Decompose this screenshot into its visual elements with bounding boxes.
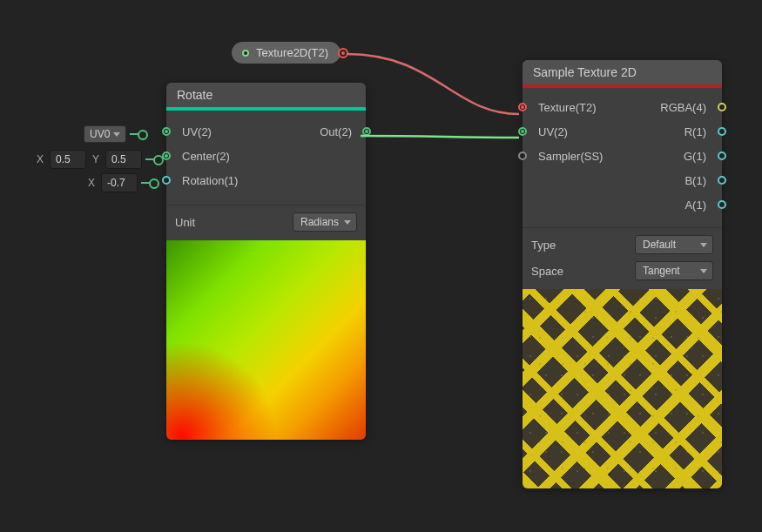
port-label: G(1) (684, 150, 706, 163)
port-label: Texture(T2) (538, 101, 596, 114)
port-in-icon[interactable] (162, 176, 171, 185)
unit-label: Unit (175, 216, 195, 229)
center-x-input[interactable] (50, 150, 86, 169)
port-out-icon[interactable] (718, 103, 726, 111)
rotate-node-title[interactable]: Rotate (166, 83, 366, 107)
unit-row: Unit Radians (166, 205, 366, 239)
uv-channel-slot: UV0 (84, 125, 142, 143)
port-in-icon[interactable] (162, 127, 171, 136)
slot-connector-icon (141, 182, 153, 184)
center-xy-slot: X Y (34, 150, 158, 169)
port-out-icon[interactable] (718, 127, 726, 136)
port-out: Out(2) (266, 119, 367, 144)
port-a: A(1) (618, 192, 722, 217)
type-label: Type (531, 239, 556, 252)
port-label: Out(2) (320, 125, 352, 138)
property-pill-texture2d[interactable]: Texture2D(T2) (232, 42, 341, 64)
port-label: Sampler(SS) (538, 150, 603, 163)
port-label: A(1) (684, 199, 706, 212)
port-b: B(1) (618, 168, 722, 192)
space-label: Space (531, 265, 563, 278)
rotate-preview (166, 240, 366, 440)
center-y-input[interactable] (105, 150, 142, 169)
port-texture: Texture(T2) (523, 95, 618, 119)
x-label: X (34, 153, 46, 165)
rotate-node[interactable]: Rotate UV(2) Center(2) Rotation(1) Out(2… (166, 83, 366, 440)
type-row: Type Default (523, 227, 722, 261)
slot-connector-icon (145, 158, 158, 160)
property-pill-label: Texture2D(T2) (256, 46, 328, 59)
port-label: Rotation(1) (182, 174, 238, 187)
port-in-icon[interactable] (518, 152, 527, 160)
sample-preview (523, 289, 722, 488)
type-dropdown[interactable]: Default (635, 235, 713, 254)
rotation-slot: X (85, 173, 153, 192)
unit-dropdown[interactable]: Radians (293, 212, 357, 232)
port-uv: UV(2) (523, 119, 618, 144)
port-in-icon[interactable] (162, 152, 171, 160)
port-uv: UV(2) (166, 119, 266, 144)
space-row: Space Tangent (523, 261, 722, 287)
sample-node-title[interactable]: Sample Texture 2D (523, 60, 722, 84)
slot-connector-icon (130, 133, 142, 135)
port-out-icon[interactable] (362, 127, 371, 136)
y-label: Y (90, 153, 102, 165)
port-label: RGBA(4) (660, 101, 706, 114)
port-r: R(1) (618, 119, 722, 144)
uv-channel-dropdown[interactable]: UV0 (84, 125, 126, 143)
port-rgba: RGBA(4) (618, 95, 722, 119)
port-in-icon (242, 50, 249, 57)
port-out-icon[interactable] (718, 176, 726, 185)
port-label: UV(2) (182, 125, 212, 138)
space-dropdown[interactable]: Tangent (635, 261, 713, 280)
port-rotation: Rotation(1) (166, 168, 266, 192)
rotate-ports: UV(2) Center(2) Rotation(1) Out(2) (166, 111, 366, 192)
sample-ports: Texture(T2) UV(2) Sampler(SS) RGBA(4) R(… (523, 88, 722, 227)
port-out-icon[interactable] (718, 200, 726, 209)
port-out-texture2d[interactable] (338, 48, 348, 58)
port-label: R(1) (684, 125, 706, 138)
port-label: B(1) (684, 174, 706, 187)
rotation-input[interactable] (101, 173, 138, 192)
port-out-icon[interactable] (718, 152, 726, 160)
port-center: Center(2) (166, 144, 266, 168)
port-label: Center(2) (182, 150, 230, 163)
port-in-icon[interactable] (518, 127, 527, 136)
sample-texture-2d-node[interactable]: Sample Texture 2D Texture(T2) UV(2) Samp… (523, 60, 722, 488)
port-label: UV(2) (538, 125, 568, 138)
port-sampler: Sampler(SS) (523, 144, 618, 168)
port-in-icon[interactable] (518, 103, 527, 111)
port-g: G(1) (618, 144, 722, 168)
x-label: X (85, 177, 98, 189)
